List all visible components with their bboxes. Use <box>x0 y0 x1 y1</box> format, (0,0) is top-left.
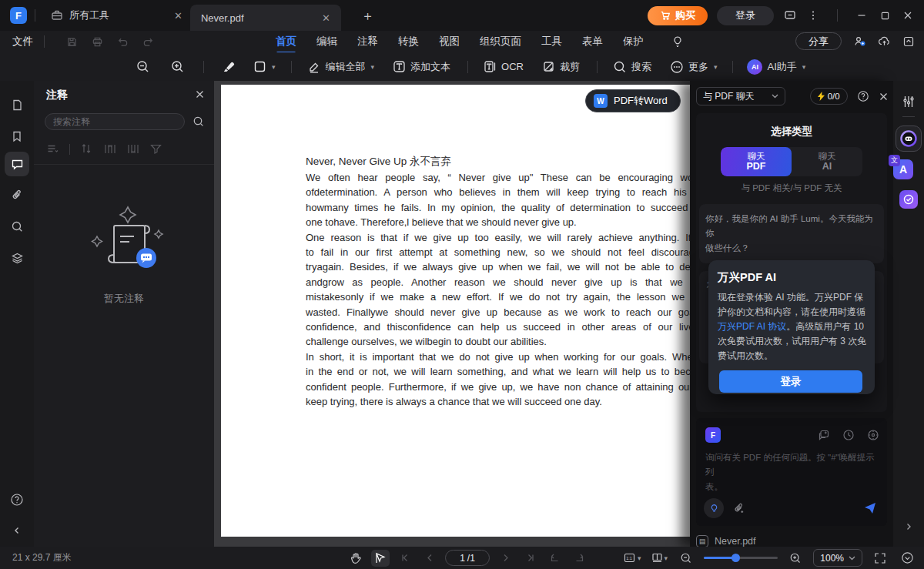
close-panel-icon[interactable] <box>195 89 205 99</box>
tab-form[interactable]: 表单 <box>582 35 603 49</box>
page-sort-icon[interactable] <box>103 142 116 156</box>
thumbnail-panel-icon[interactable] <box>5 92 29 117</box>
attach-file-icon[interactable] <box>733 502 745 514</box>
ai-agreement-link[interactable]: 万兴PDF AI 协议 <box>718 321 786 332</box>
close-ai-panel-icon[interactable] <box>879 92 889 102</box>
zoom-in-tool[interactable] <box>170 59 185 74</box>
search-label: 搜索 <box>631 60 651 74</box>
ai-robot-icon[interactable] <box>896 126 922 152</box>
more-menu-icon[interactable] <box>806 8 820 22</box>
history-icon[interactable] <box>842 429 855 441</box>
search-icon[interactable] <box>192 115 205 128</box>
chat-pdf-option[interactable]: 聊天 PDF <box>721 147 792 176</box>
minimize-button[interactable] <box>855 8 869 22</box>
last-page-icon[interactable] <box>521 550 539 567</box>
close-tab-icon[interactable]: ✕ <box>174 10 182 22</box>
tab-tools[interactable]: 工具 <box>541 35 562 49</box>
view-mode-icon[interactable] <box>898 550 916 567</box>
divider <box>44 35 45 48</box>
buy-button[interactable]: 购买 <box>648 6 708 25</box>
filter-comments-icon[interactable] <box>149 142 162 156</box>
chat-mode-dropdown[interactable]: 与 PDF 聊天 <box>696 87 785 105</box>
ai-input-area[interactable]: F 询问有关 PDF 的任何问题。按 "#"唤醒提示列 表。 <box>696 418 887 526</box>
edit-all-tool[interactable]: 编辑全部 ▾ <box>307 60 375 74</box>
menu-file[interactable]: 文件 <box>12 35 33 49</box>
print-icon[interactable] <box>92 36 103 48</box>
zoom-slider[interactable] <box>704 557 778 559</box>
collaborate-icon[interactable] <box>853 35 866 48</box>
page-layout-icon[interactable]: ▾ <box>650 550 668 567</box>
zoom-in-icon[interactable] <box>786 550 805 567</box>
tab-protect[interactable]: 保护 <box>623 35 644 49</box>
divider <box>291 61 292 73</box>
search-comments-input[interactable] <box>45 113 185 130</box>
collapse-sidebar-icon[interactable] <box>5 518 29 543</box>
help-circle-icon[interactable] <box>857 90 869 102</box>
undo-icon[interactable] <box>117 36 129 48</box>
first-page-icon[interactable] <box>396 550 414 567</box>
redo-icon[interactable] <box>142 36 154 48</box>
zoom-out-tool[interactable] <box>136 59 150 74</box>
next-page-icon[interactable] <box>496 550 514 567</box>
sort-comments-icon[interactable] <box>80 142 93 156</box>
help-icon[interactable] <box>5 487 29 512</box>
search-panel-icon[interactable] <box>5 214 29 239</box>
layers-panel-icon[interactable] <box>5 246 29 270</box>
prev-view-icon[interactable] <box>545 550 564 567</box>
chevron-down-icon: ▾ <box>714 63 718 71</box>
more-tool[interactable]: 更多 ▾ <box>670 60 718 74</box>
tab-organize[interactable]: 组织页面 <box>480 35 521 49</box>
prompt-lightbulb-icon[interactable] <box>704 498 724 518</box>
properties-icon[interactable] <box>902 95 916 109</box>
collapse-toolbar-icon[interactable] <box>902 35 915 48</box>
hand-tool-icon[interactable] <box>346 550 365 567</box>
new-tab-button[interactable]: ＋ <box>361 7 374 25</box>
send-icon[interactable] <box>862 500 878 515</box>
tab-home[interactable]: 首页 <box>276 35 296 49</box>
share-button[interactable]: 分享 <box>795 32 842 50</box>
highlighter-tool[interactable] <box>221 59 236 75</box>
bookmark-panel-icon[interactable] <box>5 124 29 149</box>
zoom-slider-knob[interactable] <box>732 554 740 562</box>
comment-list-icon[interactable] <box>46 142 59 156</box>
select-tool-icon[interactable] <box>371 550 390 567</box>
new-chat-icon[interactable] <box>818 429 830 441</box>
shape-tool[interactable]: ▾ <box>253 60 276 73</box>
tab-view[interactable]: 视图 <box>439 35 460 49</box>
zoom-level-dropdown[interactable]: 100% <box>813 549 862 567</box>
login-button[interactable]: 登录 <box>717 6 774 25</box>
todo-check-icon[interactable] <box>899 190 918 209</box>
translate-icon[interactable]: A 文 <box>893 159 924 179</box>
search-tool[interactable]: 搜索 <box>613 60 651 74</box>
close-window-button[interactable] <box>901 8 915 22</box>
idea-lamp-icon[interactable] <box>671 35 684 48</box>
next-view-icon[interactable] <box>570 550 588 567</box>
feedback-icon[interactable] <box>783 8 797 22</box>
ai-assistant-tool[interactable]: AI AI助手 ▾ <box>747 59 805 75</box>
author-sort-icon[interactable] <box>126 142 139 156</box>
add-text-tool[interactable]: 添加文本 <box>393 60 450 74</box>
tab-all-tools[interactable]: 所有工具 ✕ <box>43 0 190 31</box>
cloud-upload-icon[interactable] <box>878 35 891 48</box>
chat-ai-option[interactable]: 聊天 AI <box>792 147 862 176</box>
page-number-input[interactable]: 1 /1 <box>445 550 490 566</box>
tab-comment[interactable]: 注释 <box>357 35 378 49</box>
settings-icon[interactable] <box>867 429 879 441</box>
comment-panel-icon[interactable] <box>5 152 29 176</box>
popup-login-button[interactable]: 登录 <box>719 370 862 393</box>
tab-convert[interactable]: 转换 <box>398 35 419 49</box>
actual-size-icon[interactable]: 1:1▾ <box>623 550 641 567</box>
save-icon[interactable] <box>66 36 78 48</box>
prev-page-icon[interactable] <box>420 550 439 567</box>
fit-screen-icon[interactable] <box>871 550 889 567</box>
attachment-panel-icon[interactable] <box>5 182 29 207</box>
maximize-button[interactable] <box>878 8 892 22</box>
close-tab-icon[interactable]: ✕ <box>322 12 330 24</box>
pdf-to-word-button[interactable]: W PDF转Word <box>585 89 681 112</box>
expand-panel-icon[interactable] <box>904 522 913 531</box>
tab-document[interactable]: Never.pdf ✕ <box>190 5 341 31</box>
crop-tool[interactable]: 裁剪 <box>542 60 580 74</box>
ocr-tool[interactable]: OCR <box>484 60 524 73</box>
tab-edit[interactable]: 编辑 <box>316 35 337 49</box>
zoom-out-icon[interactable] <box>677 550 695 567</box>
